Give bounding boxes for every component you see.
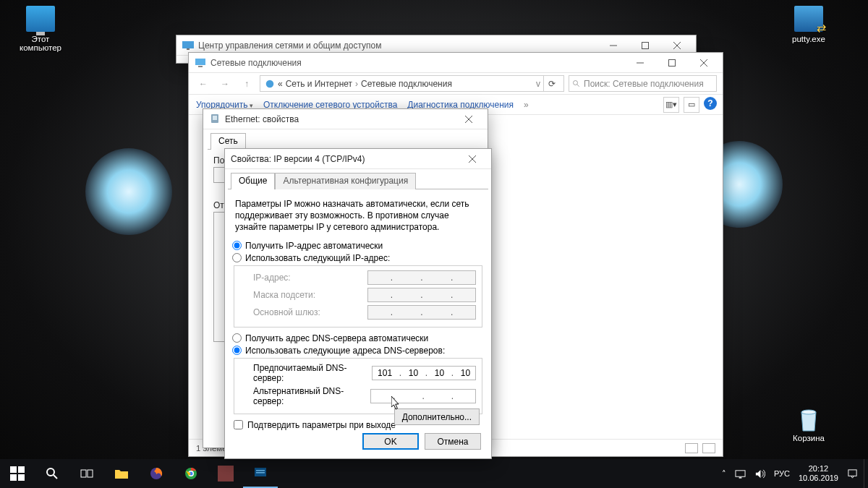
svg-rect-10 bbox=[213, 116, 217, 120]
window-title: Центр управления сетями и общим доступом bbox=[198, 40, 382, 51]
ok-button[interactable]: OK bbox=[362, 433, 419, 450]
subnet-mask-field: ... bbox=[367, 288, 476, 302]
wallpaper-headlight-left bbox=[85, 148, 172, 235]
tray-volume-icon[interactable] bbox=[754, 468, 765, 479]
desktop-icon-recycle-bin[interactable]: Корзина bbox=[778, 405, 839, 442]
window-ipv4-properties: Свойства: IP версии 4 (TCP/IPv4) Общие А… bbox=[224, 148, 492, 459]
validate-checkbox-input[interactable] bbox=[234, 420, 243, 429]
desktop-icon-this-pc[interactable]: Этот компьютер bbox=[10, 6, 71, 52]
svg-rect-26 bbox=[739, 477, 742, 478]
ip-address-field: ... bbox=[367, 270, 476, 285]
window-title: Свойства: IP версии 4 (TCP/IPv4) bbox=[231, 154, 365, 164]
svg-rect-5 bbox=[198, 66, 203, 67]
close-button[interactable] bbox=[688, 53, 720, 73]
windows-icon bbox=[10, 466, 25, 481]
preview-pane-button[interactable]: ▭ bbox=[684, 97, 699, 113]
system-tray: ˄ РУС 20:12 10.06.2019 bbox=[716, 464, 864, 482]
tray-language[interactable]: РУС bbox=[774, 469, 790, 478]
crumb-segment[interactable]: Сетевые подключения bbox=[361, 79, 452, 89]
pc-icon bbox=[26, 6, 55, 32]
radio-dns-manual-input[interactable] bbox=[232, 346, 242, 355]
refresh-button[interactable]: ⟳ bbox=[543, 76, 559, 92]
network-connections-icon bbox=[195, 57, 206, 69]
nav-back-button[interactable]: ← bbox=[195, 75, 212, 93]
radio-label: Использовать следующие адреса DNS-сервер… bbox=[245, 346, 445, 356]
tab-network[interactable]: Сеть bbox=[210, 133, 246, 150]
ip-octet: 101 bbox=[378, 368, 392, 378]
tray-network-icon[interactable] bbox=[735, 468, 746, 479]
desktop-icon-putty[interactable]: putty.exe bbox=[778, 6, 839, 43]
minimize-button[interactable] bbox=[624, 53, 656, 73]
search-placeholder: Поиск: Сетевые подключения bbox=[584, 79, 704, 89]
maximize-button[interactable] bbox=[656, 53, 688, 73]
search-input[interactable]: Поиск: Сетевые подключения bbox=[569, 75, 717, 92]
ip-octet: 10 bbox=[409, 368, 418, 378]
taskbar-app-explorer[interactable] bbox=[104, 459, 139, 488]
radio-dns-auto-input[interactable] bbox=[232, 333, 242, 343]
svg-rect-12 bbox=[18, 466, 25, 473]
svg-rect-13 bbox=[10, 474, 17, 481]
nav-forward-button[interactable]: → bbox=[216, 75, 234, 93]
window-title: Ethernet: свойства bbox=[225, 114, 299, 124]
close-button[interactable] bbox=[453, 109, 485, 129]
help-button[interactable]: ? bbox=[704, 97, 717, 110]
svg-rect-14 bbox=[18, 474, 25, 481]
tab-general[interactable]: Общие bbox=[231, 173, 275, 189]
radio-dns-manual[interactable]: Использовать следующие адреса DNS-сервер… bbox=[232, 346, 484, 356]
trash-icon bbox=[794, 405, 823, 431]
radio-ip-auto-input[interactable] bbox=[232, 241, 242, 250]
radio-dns-auto[interactable]: Получить адрес DNS-сервера автоматически bbox=[232, 333, 484, 343]
alternate-dns-field[interactable]: . . . bbox=[370, 389, 476, 403]
svg-rect-11 bbox=[10, 466, 17, 473]
network-center-icon bbox=[182, 40, 194, 51]
svg-point-8 bbox=[574, 80, 578, 85]
tray-time: 20:12 bbox=[799, 464, 838, 474]
taskbar-app-unknown[interactable] bbox=[208, 459, 243, 488]
svg-rect-24 bbox=[256, 472, 265, 474]
taskbar-app-chrome[interactable] bbox=[174, 459, 208, 488]
tray-date: 10.06.2019 bbox=[799, 474, 838, 483]
desktop-icon-label: Этот компьютер bbox=[10, 35, 71, 52]
radio-ip-manual-input[interactable] bbox=[232, 253, 242, 262]
radio-ip-manual[interactable]: Использовать следующий IP-адрес: bbox=[232, 253, 484, 263]
start-button[interactable] bbox=[0, 459, 35, 488]
svg-rect-3 bbox=[642, 42, 649, 48]
nav-up-button[interactable]: ↑ bbox=[238, 75, 255, 93]
cancel-button[interactable]: Отмена bbox=[425, 433, 481, 450]
breadcrumb[interactable]: « Сеть и Интернет › Сетевые подключения … bbox=[260, 75, 564, 92]
view-details-button[interactable] bbox=[685, 443, 698, 453]
taskbar-app-settings-active[interactable] bbox=[243, 459, 278, 488]
view-large-button[interactable] bbox=[702, 443, 715, 453]
firefox-icon bbox=[149, 466, 163, 481]
label-dns1: Предпочитаемый DNS-сервер: bbox=[253, 363, 372, 383]
ip-octet: 10 bbox=[435, 368, 444, 378]
tray-notifications-icon[interactable] bbox=[847, 468, 858, 479]
svg-rect-4 bbox=[195, 59, 205, 65]
show-desktop-button[interactable] bbox=[864, 459, 868, 488]
taskbar-app-firefox[interactable] bbox=[139, 459, 174, 488]
svg-rect-6 bbox=[669, 59, 676, 66]
svg-point-7 bbox=[266, 80, 274, 87]
network-icon bbox=[265, 79, 275, 89]
preferred-dns-field[interactable]: 101. 10. 10. 10 bbox=[372, 366, 476, 380]
window-title: Сетевые подключения bbox=[210, 58, 302, 68]
radio-label: Получить адрес DNS-сервера автоматически bbox=[245, 333, 428, 343]
tray-clock[interactable]: 20:12 10.06.2019 bbox=[799, 464, 838, 482]
svg-rect-23 bbox=[256, 470, 265, 471]
gateway-field: ... bbox=[367, 305, 476, 320]
advanced-button[interactable]: Дополнительно... bbox=[394, 408, 480, 425]
desktop-icon-label: putty.exe bbox=[778, 35, 839, 43]
search-button[interactable] bbox=[35, 459, 69, 488]
crumb-segment[interactable]: Сеть и Интернет bbox=[286, 79, 352, 89]
settings-window-icon bbox=[253, 466, 268, 480]
radio-ip-auto[interactable]: Получить IP-адрес автоматически bbox=[232, 241, 484, 251]
search-icon bbox=[572, 80, 581, 88]
close-button[interactable] bbox=[456, 149, 488, 169]
radio-label: Получить IP-адрес автоматически bbox=[245, 241, 383, 251]
tab-alt-config[interactable]: Альтернативная конфигурация bbox=[275, 173, 416, 189]
tray-chevron-icon[interactable]: ˄ bbox=[722, 469, 726, 479]
svg-rect-25 bbox=[736, 470, 745, 476]
task-view-button[interactable] bbox=[69, 459, 104, 488]
view-button[interactable]: ▥▾ bbox=[663, 97, 679, 113]
checkbox-label: Подтвердить параметры при выходе bbox=[247, 420, 396, 430]
